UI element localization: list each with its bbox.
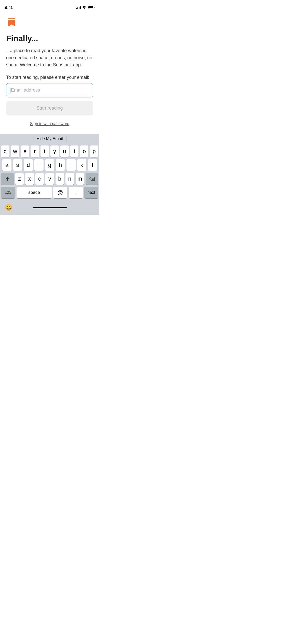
battery-icon bbox=[88, 6, 94, 9]
home-indicator bbox=[33, 207, 67, 208]
key-q[interactable]: q bbox=[1, 145, 9, 157]
page-heading: Finally... bbox=[6, 34, 93, 43]
key-row-4: 123 space @ . next bbox=[1, 187, 98, 198]
key-o[interactable]: o bbox=[80, 145, 88, 157]
email-prompt: To start reading, please enter your emai… bbox=[6, 75, 93, 80]
page-subtext: ...a place to read your favorite writers… bbox=[6, 47, 93, 69]
key-a[interactable]: a bbox=[2, 159, 11, 171]
key-l[interactable]: l bbox=[88, 159, 97, 171]
email-input-container[interactable]: Email address bbox=[6, 83, 93, 97]
key-c[interactable]: c bbox=[35, 173, 44, 185]
key-b[interactable]: b bbox=[56, 173, 64, 185]
autocomplete-suggestion[interactable]: Hide My Email bbox=[36, 137, 63, 141]
svg-rect-0 bbox=[8, 18, 15, 19]
key-f[interactable]: f bbox=[34, 159, 44, 171]
autocomplete-bar[interactable]: Hide My Email bbox=[0, 134, 99, 144]
key-x[interactable]: x bbox=[25, 173, 34, 185]
key-m[interactable]: m bbox=[76, 173, 84, 185]
signin-with-password-link[interactable]: Sign in with password bbox=[6, 122, 93, 126]
keyboard-keys: q w e r t y u i o p a s d f g h j k l bbox=[0, 144, 99, 201]
keyboard: Hide My Email q w e r t y u i o p a s d … bbox=[0, 134, 99, 215]
key-n[interactable]: n bbox=[65, 173, 74, 185]
key-p[interactable]: p bbox=[90, 145, 98, 157]
key-y[interactable]: y bbox=[50, 145, 59, 157]
app-content: Finally... ...a place to read your favor… bbox=[0, 11, 99, 126]
wifi-icon bbox=[82, 6, 86, 9]
text-cursor bbox=[10, 88, 10, 93]
period-key[interactable]: . bbox=[69, 187, 83, 198]
emoji-button[interactable]: 😀 bbox=[4, 202, 14, 213]
status-time: 9:41 bbox=[5, 5, 13, 10]
space-key[interactable]: space bbox=[17, 187, 52, 198]
next-key[interactable]: next bbox=[84, 187, 98, 198]
backspace-key[interactable] bbox=[86, 173, 98, 185]
svg-rect-1 bbox=[8, 20, 15, 21]
key-e[interactable]: e bbox=[21, 145, 29, 157]
key-row-1: q w e r t y u i o p bbox=[1, 145, 98, 157]
key-z[interactable]: z bbox=[15, 173, 24, 185]
status-bar: 9:41 bbox=[0, 0, 99, 11]
substack-logo bbox=[6, 15, 17, 26]
key-g[interactable]: g bbox=[45, 159, 54, 171]
key-r[interactable]: r bbox=[31, 145, 39, 157]
start-reading-button[interactable]: Start reading bbox=[6, 101, 93, 115]
key-d[interactable]: d bbox=[24, 159, 33, 171]
key-s[interactable]: s bbox=[13, 159, 22, 171]
key-h[interactable]: h bbox=[56, 159, 65, 171]
key-row-2: a s d f g h j k l bbox=[1, 159, 98, 171]
key-row-3: z x c v b n m bbox=[1, 173, 98, 185]
key-v[interactable]: v bbox=[45, 173, 54, 185]
key-k[interactable]: k bbox=[77, 159, 86, 171]
key-i[interactable]: i bbox=[70, 145, 79, 157]
status-icons bbox=[76, 6, 94, 9]
email-placeholder: Email address bbox=[11, 87, 40, 93]
key-t[interactable]: t bbox=[40, 145, 49, 157]
at-key[interactable]: @ bbox=[53, 187, 67, 198]
signal-icon bbox=[76, 6, 81, 9]
shift-key[interactable] bbox=[1, 173, 14, 185]
keyboard-bottom: 😀 bbox=[0, 201, 99, 215]
key-w[interactable]: w bbox=[11, 145, 19, 157]
key-j[interactable]: j bbox=[66, 159, 76, 171]
key-u[interactable]: u bbox=[60, 145, 69, 157]
numbers-key[interactable]: 123 bbox=[1, 187, 15, 198]
